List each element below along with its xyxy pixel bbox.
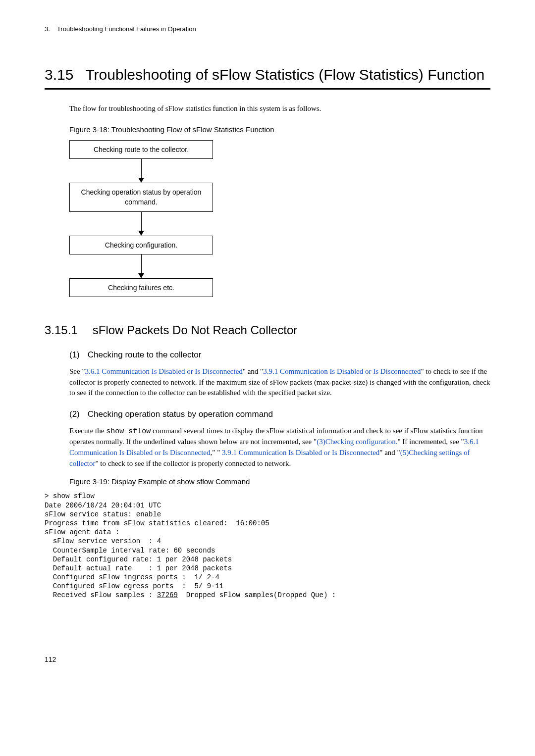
chapter-number: 3. <box>45 25 50 33</box>
flow-box: Checking failures etc. <box>69 278 213 297</box>
flow-box: Checking operation status by operation c… <box>69 183 213 212</box>
page-header: 3. Troubleshooting Functional Failures i… <box>45 25 490 34</box>
subsub-heading-text: Checking route to the collector <box>88 349 202 361</box>
page-number: 112 <box>45 655 490 664</box>
flow-diagram: Checking route to the collector. Checkin… <box>69 140 490 297</box>
flow-box: Checking route to the collector. <box>69 140 213 159</box>
flow-box: Checking configuration. <box>69 236 213 254</box>
subsubsection-title: (2) Checking operation status by operati… <box>69 408 490 421</box>
subsub-number: (2) <box>69 408 80 421</box>
intro-paragraph: The flow for troubleshooting of sFlow st… <box>69 103 490 114</box>
subsub-heading-text: Checking operation status by operation c… <box>88 408 273 421</box>
subsub-number: (1) <box>69 349 80 361</box>
chapter-title: Troubleshooting Functional Failures in O… <box>57 25 196 33</box>
cross-reference-link[interactable]: 3.9.1 Communication Is Disabled or Is Di… <box>222 449 379 456</box>
inline-code: show sflow <box>106 427 151 436</box>
section-heading-text: Troubleshooting of sFlow Statistics (Flo… <box>85 64 490 86</box>
cross-reference-link[interactable]: (3)Checking configuration. <box>317 438 397 446</box>
underlined-value: 37269 <box>157 591 178 599</box>
section-title: 3.15 Troubleshooting of sFlow Statistics… <box>45 64 490 90</box>
paragraph: See "3.6.1 Communication Is Disabled or … <box>69 366 490 399</box>
code-block: > show sflow Date 2006/10/24 20:04:01 UT… <box>45 492 490 600</box>
flow-arrow <box>69 254 213 278</box>
figure-caption: Figure 3-19: Display Example of show sfl… <box>69 476 490 487</box>
subsubsection-title: (1) Checking route to the collector <box>69 349 490 361</box>
figure-caption: Figure 3-18: Troubleshooting Flow of sFl… <box>69 124 490 135</box>
section-number: 3.15 <box>45 64 73 86</box>
subsection-number: 3.15.1 <box>45 322 78 339</box>
flow-arrow <box>69 159 213 183</box>
cross-reference-link[interactable]: 3.6.1 Communication Is Disabled or Is Di… <box>85 367 243 375</box>
cross-reference-link[interactable]: 3.9.1 Communication Is Disabled or Is Di… <box>263 367 421 375</box>
flow-arrow <box>69 212 213 236</box>
subsection-heading-text: sFlow Packets Do Not Reach Collector <box>93 322 297 339</box>
subsection-title: 3.15.1 sFlow Packets Do Not Reach Collec… <box>45 322 490 339</box>
paragraph: Execute the show sflow command several t… <box>69 426 490 469</box>
